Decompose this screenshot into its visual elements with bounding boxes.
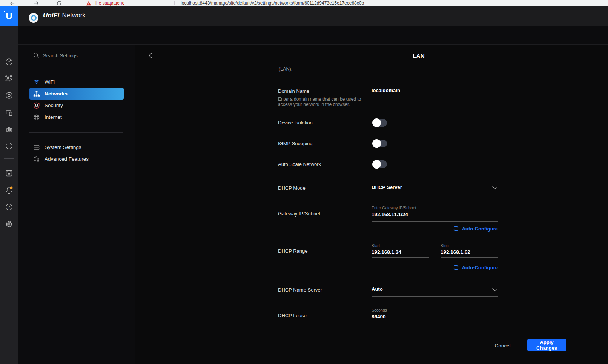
- search-placeholder: Search Settings: [43, 53, 78, 58]
- settings-sidebar: Search Settings WiFi Networks Security I: [18, 44, 135, 364]
- sidebar-item-label: Internet: [45, 114, 62, 120]
- clipped-description: (LAN).: [279, 66, 292, 72]
- chevron-down-icon[interactable]: [492, 288, 498, 292]
- dhcp-lease-input[interactable]: 86400: [372, 314, 386, 319]
- gateway-ip-label: Gateway IP/Subnet: [278, 211, 320, 217]
- dashboard-icon[interactable]: [4, 57, 14, 67]
- domain-name-input[interactable]: localdomain: [372, 88, 400, 93]
- controller-device-icon[interactable]: [29, 13, 38, 23]
- system-settings-icon: [33, 144, 40, 151]
- dhcp-mode-label: DHCP Mode: [278, 185, 306, 191]
- internet-globe-icon: [33, 114, 40, 121]
- ubiquiti-logo[interactable]: U: [0, 6, 18, 26]
- divider: [18, 68, 608, 68]
- chevron-down-icon[interactable]: [492, 186, 498, 190]
- help-icon[interactable]: ?: [4, 202, 14, 212]
- toggle-knob: [372, 118, 381, 127]
- page-title: LAN: [392, 52, 445, 59]
- domain-name-description: Enter a domain name that can be used to …: [278, 97, 368, 108]
- app-title: UniFiNetwork: [43, 12, 86, 19]
- url-separator: |: [174, 0, 175, 5]
- input-underline: [441, 257, 498, 258]
- info-banner: i Not seeing everything? Go to Classic S…: [18, 26, 608, 44]
- dhcp-name-server-label: DHCP Name Server: [278, 287, 322, 293]
- app-title-brand: UniFi: [43, 12, 60, 19]
- search-icon: [33, 52, 40, 59]
- sidebar-item-networks[interactable]: Networks: [29, 88, 124, 100]
- events-icon[interactable]: [4, 168, 14, 178]
- app-header: U UniFiNetwork: [0, 6, 608, 26]
- sidebar-item-label: Networks: [45, 91, 68, 97]
- left-icon-rail: ?: [0, 26, 18, 364]
- clients-icon[interactable]: [4, 108, 14, 118]
- refresh-icon: [453, 264, 459, 270]
- igmp-snooping-toggle[interactable]: [373, 140, 387, 147]
- input-underline: [372, 296, 498, 297]
- refresh-icon: [453, 226, 459, 232]
- svg-text:?: ?: [8, 205, 10, 209]
- sidebar-divider: [29, 132, 123, 133]
- topology-icon[interactable]: [4, 74, 14, 83]
- sidebar-content-divider: [135, 44, 135, 364]
- dhcp-range-stop-label: Stop: [441, 243, 449, 248]
- logo-spark-icon: [4, 11, 5, 12]
- input-underline: [372, 324, 498, 324]
- sidebar-item-label: System Settings: [45, 144, 81, 150]
- browser-forward-icon[interactable]: [34, 0, 39, 6]
- gateway-auto-configure-link[interactable]: Auto-Configure: [453, 226, 498, 232]
- dhcp-mode-select[interactable]: DHCP Server: [372, 184, 402, 190]
- auto-scale-network-label: Auto Scale Network: [278, 161, 321, 167]
- address-bar-url[interactable]: localhost:8443/manage/site/default/v2/se…: [181, 0, 364, 6]
- cancel-button[interactable]: Cancel: [488, 341, 517, 350]
- browser-back-icon[interactable]: [9, 0, 15, 6]
- dhcp-range-stop-input[interactable]: 192.168.1.62: [441, 249, 470, 255]
- warning-triangle-icon[interactable]: [86, 1, 91, 6]
- sidebar-item-advanced-features[interactable]: Advanced Features: [29, 153, 124, 165]
- devices-icon[interactable]: [4, 91, 14, 100]
- advanced-features-icon: [33, 156, 40, 163]
- auto-scale-network-toggle[interactable]: [373, 160, 387, 168]
- toggle-knob: [372, 139, 381, 148]
- screen: Не защищено | localhost:8443/manage/site…: [0, 0, 608, 364]
- input-underline: [372, 97, 498, 97]
- security-shield-icon: [33, 102, 40, 109]
- apply-changes-button[interactable]: Apply Changes: [527, 339, 566, 351]
- sidebar-item-label: Advanced Features: [45, 156, 89, 162]
- dhcp-range-label: DHCP Range: [278, 248, 308, 254]
- notification-badge: [10, 187, 13, 189]
- igmp-snooping-label: IGMP Snooping: [278, 141, 313, 146]
- back-icon[interactable]: [147, 52, 154, 59]
- sidebar-item-wifi[interactable]: WiFi: [29, 76, 124, 88]
- networks-icon: [33, 91, 40, 97]
- divider: [18, 44, 608, 45]
- browser-reload-icon[interactable]: [56, 0, 62, 6]
- sidebar-item-system-settings[interactable]: System Settings: [29, 141, 124, 153]
- input-underline: [372, 257, 429, 258]
- gateway-field-label: Enter Gateway IP/Subnet: [372, 206, 416, 210]
- insights-icon[interactable]: [4, 141, 14, 151]
- domain-name-label: Domain Name: [278, 88, 309, 94]
- dhcp-range-auto-configure-link[interactable]: Auto-Configure: [453, 264, 498, 270]
- app-title-product: Network: [62, 12, 86, 19]
- not-secure-label[interactable]: Не защищено: [95, 0, 124, 6]
- sidebar-item-internet[interactable]: Internet: [29, 111, 124, 123]
- device-isolation-toggle[interactable]: [373, 119, 387, 127]
- browser-chrome: Не защищено | localhost:8443/manage/site…: [0, 0, 608, 7]
- rail-divider: [4, 158, 14, 159]
- wifi-icon: [33, 79, 40, 86]
- toggle-knob: [372, 160, 381, 169]
- device-isolation-label: Device Isolation: [278, 120, 313, 126]
- dhcp-range-start-label: Start: [372, 243, 380, 248]
- dhcp-name-server-select[interactable]: Auto: [372, 286, 383, 292]
- sidebar-item-security[interactable]: Security: [29, 100, 124, 111]
- dhcp-lease-label: DHCP Lease: [278, 313, 307, 318]
- statistics-icon[interactable]: [4, 124, 14, 134]
- search-settings-input[interactable]: Search Settings: [18, 44, 135, 68]
- dhcp-range-start-input[interactable]: 192.168.1.34: [372, 249, 401, 255]
- input-underline: [372, 195, 498, 195]
- notifications-bell-icon[interactable]: [4, 185, 14, 195]
- sidebar-item-label: Security: [45, 103, 63, 108]
- settings-gear-icon[interactable]: [4, 219, 14, 229]
- gateway-ip-input[interactable]: 192.168.11.1/24: [372, 212, 408, 217]
- dhcp-lease-field-label: Seconds: [372, 308, 387, 312]
